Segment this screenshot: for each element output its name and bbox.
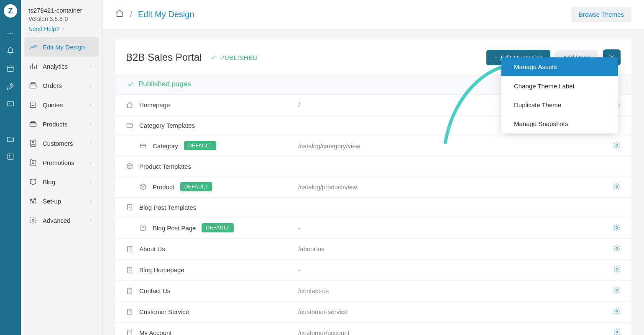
row-settings-button[interactable] <box>613 265 621 274</box>
nav-label: Advanced <box>43 217 89 224</box>
nav-item-products[interactable]: Products <box>24 114 99 134</box>
nav-label: Blog <box>43 178 89 186</box>
nav-label: Products <box>43 121 89 128</box>
page-row[interactable]: ProductDEFAULT/catalog/product/view <box>115 176 631 198</box>
row-settings-button[interactable] <box>613 307 621 316</box>
dropdown-item-manage-assets[interactable]: Manage Assets <box>501 57 618 76</box>
svg-point-19 <box>32 141 34 143</box>
nav-label: Analytics <box>43 63 89 70</box>
sidebar-header: ts279421-container Version 3.6.6-0 Need … <box>21 0 102 37</box>
svg-point-41 <box>616 310 618 312</box>
row-path: /customer/account <box>298 329 613 335</box>
nav-icon <box>28 62 38 71</box>
folder-icon[interactable] <box>5 134 15 144</box>
row-settings-button[interactable] <box>613 183 621 191</box>
row-label: Blog Post PageDEFAULT <box>153 223 298 232</box>
grid-icon[interactable] <box>5 116 15 126</box>
main: / Edit My Design Browse Themes B2B Sales… <box>102 0 644 335</box>
page-row[interactable]: My Account/customer/account <box>115 322 631 335</box>
nav-icon <box>28 100 38 109</box>
page-row[interactable]: Customer Service/customer-service <box>115 302 631 322</box>
svg-point-33 <box>616 226 618 228</box>
chevron-right-icon <box>89 178 95 186</box>
logo[interactable]: Z <box>4 4 17 18</box>
caret-down-icon <box>494 55 498 59</box>
page-row[interactable]: Blog Homepage- <box>115 260 631 281</box>
svg-point-7 <box>12 119 13 120</box>
svg-rect-27 <box>127 124 133 127</box>
row-settings-button[interactable] <box>613 328 621 335</box>
nav-item-orders[interactable]: Orders <box>24 76 99 95</box>
nav-label: Promotions <box>43 159 89 166</box>
svg-point-5 <box>8 119 9 120</box>
dropdown-item-duplicate-theme[interactable]: Duplicate Theme <box>501 95 618 114</box>
nav-item-customers[interactable]: Customers <box>24 134 99 153</box>
nav-icon <box>28 119 38 129</box>
nav-label: Customers <box>43 140 89 147</box>
chevron-right-icon <box>89 121 95 128</box>
spreadsheet-icon[interactable] <box>5 152 15 162</box>
bell-icon[interactable] <box>5 46 15 56</box>
svg-point-11 <box>8 123 9 124</box>
nav-icon <box>28 196 38 206</box>
page-row[interactable]: CategoryDEFAULT/catalog/category/view <box>115 135 631 157</box>
svg-point-0 <box>8 33 9 34</box>
dropdown-item-manage-snapshots[interactable]: Manage Snapshots <box>501 114 618 133</box>
nav-item-quotes[interactable]: Quotes <box>24 95 99 114</box>
row-icon <box>126 329 135 335</box>
browse-themes-button[interactable]: Browse Themes <box>571 7 631 22</box>
page-row[interactable]: Blog Post Templates <box>115 198 631 217</box>
check-icon <box>127 80 134 88</box>
svg-point-2 <box>13 33 14 34</box>
need-help-link[interactable]: Need Help? <box>28 26 95 32</box>
chevron-right-icon <box>89 82 95 89</box>
svg-point-37 <box>616 268 618 271</box>
page-row[interactable]: Contact Us/contact-us <box>115 281 631 302</box>
row-label: Blog Post Templates <box>139 204 298 211</box>
nav-item-edit-my-design[interactable]: Edit My Design <box>24 37 99 57</box>
nav-item-promotions[interactable]: Promotions <box>24 153 99 172</box>
menu-dots-icon[interactable] <box>5 28 15 39</box>
chevron-right-icon <box>89 159 95 166</box>
row-path: /catalog/category/view <box>298 142 613 149</box>
row-settings-button[interactable] <box>613 286 621 295</box>
nav-icon <box>28 139 38 148</box>
svg-point-35 <box>616 247 618 250</box>
row-settings-button[interactable] <box>613 224 621 232</box>
page-row[interactable]: About Us/about-us <box>115 239 631 260</box>
page-row[interactable]: Blog Post PageDEFAULT- <box>115 217 631 239</box>
breadcrumb-current[interactable]: Edit My Design <box>138 10 194 19</box>
svg-rect-42 <box>128 330 132 335</box>
row-icon <box>139 224 148 232</box>
row-path: - <box>298 224 613 232</box>
rocket-icon[interactable] <box>5 81 15 91</box>
nav-icon <box>28 177 38 186</box>
chevron-right-icon <box>89 140 95 147</box>
svg-rect-28 <box>140 144 146 148</box>
nav-item-advanced[interactable]: Advanced <box>24 211 99 230</box>
svg-point-24 <box>32 219 34 222</box>
storefront-icon[interactable] <box>5 64 15 74</box>
check-icon <box>210 54 217 61</box>
row-label: Customer Service <box>139 308 298 315</box>
nav-item-blog[interactable]: Blog <box>24 172 99 191</box>
home-icon[interactable] <box>115 9 124 20</box>
nav-icon <box>28 158 38 167</box>
row-settings-button[interactable] <box>613 245 621 253</box>
row-label: My Account <box>139 329 298 335</box>
card-icon[interactable] <box>5 99 15 109</box>
default-badge: DEFAULT <box>202 223 234 232</box>
svg-point-3 <box>11 85 12 86</box>
default-badge: DEFAULT <box>184 141 216 150</box>
nav-item-analytics[interactable]: Analytics <box>24 57 99 76</box>
settings-dropdown: Manage AssetsChange Theme LabelDuplicate… <box>501 57 618 133</box>
row-label: Contact Us <box>139 287 298 294</box>
chevron-right-icon <box>89 217 95 224</box>
row-settings-button[interactable] <box>613 142 621 150</box>
row-label: About Us <box>139 245 298 253</box>
iconbar: Z <box>0 0 21 335</box>
dropdown-item-change-theme-label[interactable]: Change Theme Label <box>501 77 618 95</box>
nav-item-set-up[interactable]: Set-up <box>24 191 99 211</box>
row-icon <box>139 183 148 191</box>
page-row[interactable]: Product Templates <box>115 157 631 176</box>
